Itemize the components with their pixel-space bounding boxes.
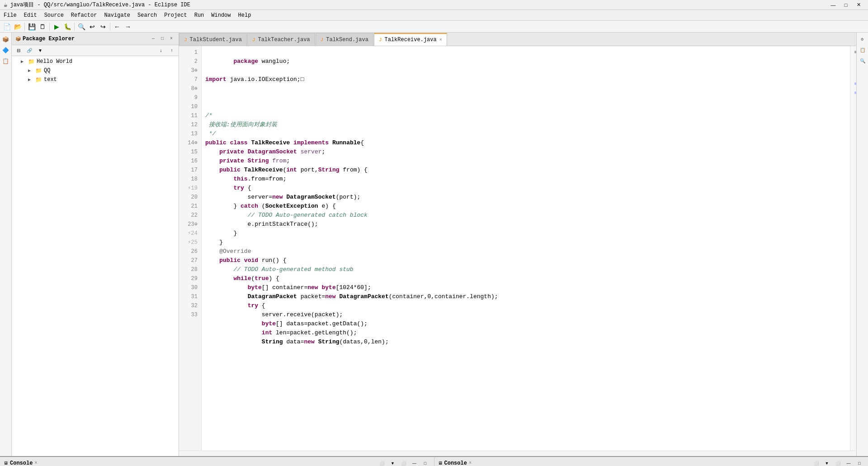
undo-button[interactable]: ↩ bbox=[87, 22, 97, 32]
window-title: java项目 - QQ/src/wangluo/TalkReceive.java… bbox=[10, 1, 827, 9]
tab-receive-close[interactable]: × bbox=[439, 38, 442, 43]
text-icon: 📁 bbox=[35, 76, 42, 83]
line-14: 14⊕ bbox=[179, 138, 201, 147]
tab-student-label: TalkStudent.java bbox=[190, 37, 242, 43]
menu-item-help[interactable]: Help bbox=[235, 10, 255, 20]
tab-talk-send[interactable]: J TalkSend.java bbox=[316, 33, 373, 46]
right-icon-3[interactable]: 🔍 bbox=[858, 56, 868, 66]
tree-item-hello-world[interactable]: ▶ 📁 Hello World bbox=[12, 57, 179, 66]
menu-item-edit[interactable]: Edit bbox=[20, 10, 41, 20]
tab-talk-teacher[interactable]: J TalkTeacher.java bbox=[247, 33, 315, 46]
navigate-forward-button[interactable]: → bbox=[123, 22, 133, 32]
redo-button[interactable]: ↪ bbox=[98, 22, 108, 32]
right-sidebar-icons: ⚙ 📋 🔍 bbox=[856, 33, 868, 456]
line-22: 22 bbox=[179, 211, 201, 220]
console-panel-right: 🖥 Console × ⬜ ▼ ⬜ — □ No consoles to dis… bbox=[434, 457, 868, 466]
next-annotation-button[interactable]: ↓ bbox=[156, 46, 166, 56]
close-panel-button[interactable]: × bbox=[168, 35, 175, 43]
maximize-button[interactable]: □ bbox=[840, 0, 852, 10]
console-right-title: Console bbox=[444, 460, 467, 466]
new-button[interactable]: 📄 bbox=[2, 22, 12, 32]
line-30: 30 bbox=[179, 283, 201, 292]
title-bar: ☕ java项目 - QQ/src/wangluo/TalkReceive.ja… bbox=[0, 0, 868, 10]
close-button[interactable]: ✕ bbox=[853, 0, 864, 10]
package-explorer-icon[interactable]: 📦 bbox=[1, 34, 11, 44]
right-icon-1[interactable]: ⚙ bbox=[858, 34, 868, 44]
tree-item-text[interactable]: ▶ 📁 text bbox=[12, 75, 179, 84]
menu-item-refactor[interactable]: Refactor bbox=[67, 10, 101, 20]
console-right-btn4[interactable]: — bbox=[844, 458, 854, 466]
console-left-close[interactable]: × bbox=[34, 461, 37, 466]
collapse-all-button[interactable]: ⊟ bbox=[14, 46, 24, 56]
console-right-btn2[interactable]: ▼ bbox=[822, 458, 832, 466]
line-26: 26 bbox=[179, 247, 201, 256]
minimize-panel-button[interactable]: — bbox=[150, 35, 157, 43]
line-10: 10 bbox=[179, 102, 201, 111]
code-content[interactable]: package wangluo; import java.io.IOExcept… bbox=[202, 46, 850, 451]
menu-item-project[interactable]: Project bbox=[160, 10, 190, 20]
save-all-button[interactable]: 🗒 bbox=[38, 22, 47, 32]
line-28: 28 bbox=[179, 265, 201, 274]
console-left-btn5[interactable]: □ bbox=[420, 458, 430, 466]
menu-item-navigate[interactable]: Navigate bbox=[100, 10, 134, 20]
horizontal-scrollbar[interactable] bbox=[179, 451, 856, 456]
open-button[interactable]: 📂 bbox=[13, 22, 23, 32]
qq-label: QQ bbox=[44, 67, 50, 74]
debug-button[interactable]: 🐛 bbox=[62, 22, 72, 32]
menu-item-file[interactable]: File bbox=[0, 10, 20, 20]
line-32: 32 bbox=[179, 301, 201, 310]
line-33: 33 bbox=[179, 310, 201, 319]
save-button[interactable]: 💾 bbox=[27, 22, 37, 32]
line-8: 8⊕ bbox=[179, 84, 201, 93]
console-left-btn1[interactable]: ⬜ bbox=[377, 458, 387, 466]
link-editor-button[interactable]: 🔗 bbox=[24, 46, 34, 56]
console-left-btn4[interactable]: — bbox=[410, 458, 420, 466]
console-right-tab[interactable]: Console × bbox=[444, 460, 472, 466]
view-menu-button[interactable]: ▼ bbox=[35, 46, 45, 56]
console-right-btn5[interactable]: □ bbox=[854, 458, 864, 466]
line-27: 27 bbox=[179, 256, 201, 265]
tab-student-icon: J bbox=[184, 37, 187, 43]
main-layout: 📦 🔷 📋 📦 Package Explorer — □ × ⊟ 🔗 ▼ ↓ ↑… bbox=[0, 33, 868, 456]
menu-item-run[interactable]: Run bbox=[191, 10, 208, 20]
window-controls: — □ ✕ bbox=[827, 0, 864, 10]
qq-icon: 📁 bbox=[35, 67, 42, 74]
type-hierarchy-icon[interactable]: 🔷 bbox=[1, 45, 11, 55]
console-left-btn2[interactable]: ▼ bbox=[388, 458, 398, 466]
navigate-back-button[interactable]: ← bbox=[112, 22, 122, 32]
right-icon-2[interactable]: 📋 bbox=[858, 45, 868, 55]
console-right-btn3[interactable]: ⬜ bbox=[833, 458, 843, 466]
console-right-close[interactable]: × bbox=[469, 461, 472, 466]
run-button[interactable]: ▶ bbox=[52, 22, 61, 32]
editor-mini-scrollbar[interactable] bbox=[850, 46, 856, 451]
line-16: 16 bbox=[179, 157, 201, 166]
hello-world-label: Hello World bbox=[37, 58, 72, 65]
tab-receive-icon: J bbox=[379, 37, 382, 43]
maximize-panel-button[interactable]: □ bbox=[159, 35, 166, 43]
prev-annotation-button[interactable]: ↑ bbox=[167, 46, 177, 56]
console-right-btn1[interactable]: ⬜ bbox=[811, 458, 821, 466]
console-right-header: 🖥 Console × ⬜ ▼ ⬜ — □ bbox=[434, 457, 868, 466]
minimize-button[interactable]: — bbox=[827, 0, 839, 10]
tab-talk-student[interactable]: J TalkStudent.java bbox=[179, 33, 247, 46]
console-right-buttons: ⬜ ▼ ⬜ — □ bbox=[811, 458, 864, 466]
line-11: 11 bbox=[179, 111, 201, 120]
console-left-buttons: ⬜ ▼ ⬜ — □ bbox=[377, 458, 430, 466]
line-2: 2 bbox=[179, 57, 201, 66]
menu-item-search[interactable]: Search bbox=[134, 10, 160, 20]
menu-item-window[interactable]: Window bbox=[208, 10, 234, 20]
members-icon[interactable]: 📋 bbox=[1, 56, 11, 66]
left-sidebar-icons: 📦 🔷 📋 bbox=[0, 33, 12, 456]
menu-item-source[interactable]: Source bbox=[41, 10, 67, 20]
line-17: 17 bbox=[179, 166, 201, 175]
line-31: 31 bbox=[179, 292, 201, 301]
tree-item-qq[interactable]: ▶ 📁 QQ bbox=[12, 66, 179, 75]
line-1: 1 bbox=[179, 48, 201, 57]
line-12: 12 bbox=[179, 120, 201, 129]
tab-talk-receive[interactable]: J TalkReceive.java × bbox=[374, 33, 447, 46]
console-left-btn3[interactable]: ⬜ bbox=[399, 458, 409, 466]
console-left-tab[interactable]: Console × bbox=[10, 460, 37, 466]
tab-send-icon: J bbox=[321, 37, 324, 43]
search-button[interactable]: 🔍 bbox=[76, 22, 86, 32]
text-label: text bbox=[44, 76, 57, 83]
